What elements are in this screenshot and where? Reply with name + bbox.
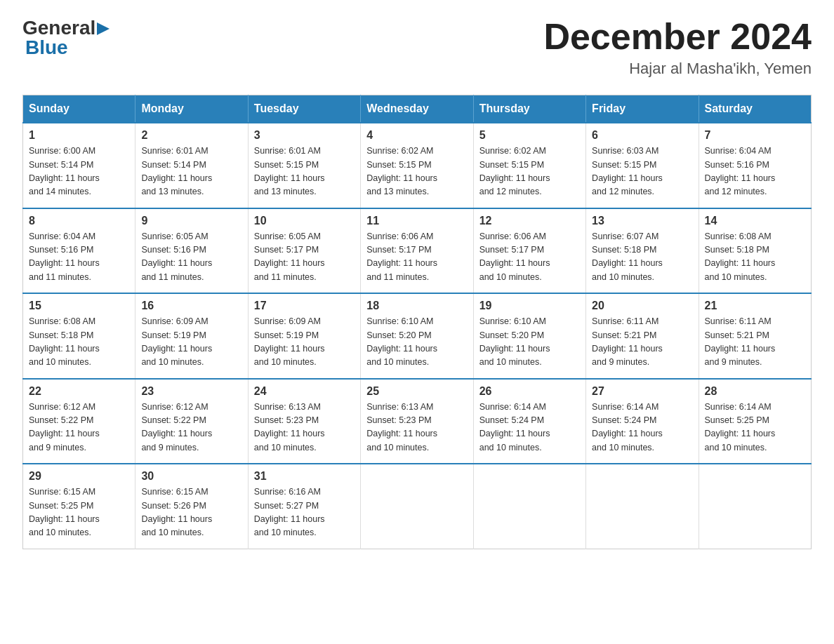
calendar-cell: 1Sunrise: 6:00 AMSunset: 5:14 PMDaylight… [23, 123, 135, 208]
calendar-cell: 13Sunrise: 6:07 AMSunset: 5:18 PMDayligh… [586, 208, 699, 294]
calendar-cell: 21Sunrise: 6:11 AMSunset: 5:21 PMDayligh… [699, 293, 811, 379]
day-number: 13 [592, 215, 692, 227]
logo-blue-text: Blue [25, 36, 110, 59]
calendar-cell: 7Sunrise: 6:04 AMSunset: 5:16 PMDaylight… [699, 123, 811, 208]
day-number: 1 [29, 129, 129, 142]
day-info: Sunrise: 6:04 AMSunset: 5:16 PMDaylight:… [29, 230, 129, 285]
day-number: 17 [254, 300, 355, 312]
calendar-cell: 10Sunrise: 6:05 AMSunset: 5:17 PMDayligh… [248, 208, 360, 294]
calendar-cell [361, 464, 473, 549]
header-cell-friday: Friday [586, 95, 699, 123]
day-info: Sunrise: 6:00 AMSunset: 5:14 PMDaylight:… [29, 145, 129, 199]
day-number: 21 [705, 300, 805, 312]
day-number: 12 [479, 215, 580, 227]
calendar-cell: 9Sunrise: 6:05 AMSunset: 5:16 PMDaylight… [135, 208, 248, 294]
calendar-cell: 17Sunrise: 6:09 AMSunset: 5:19 PMDayligh… [248, 293, 360, 379]
day-number: 29 [29, 470, 129, 483]
calendar-cell: 23Sunrise: 6:12 AMSunset: 5:22 PMDayligh… [135, 379, 248, 464]
day-info: Sunrise: 6:03 AMSunset: 5:15 PMDaylight:… [592, 145, 692, 199]
calendar-week-row: 15Sunrise: 6:08 AMSunset: 5:18 PMDayligh… [23, 293, 812, 379]
calendar-week-row: 1Sunrise: 6:00 AMSunset: 5:14 PMDaylight… [23, 123, 812, 208]
day-number: 31 [254, 470, 355, 483]
calendar-cell: 18Sunrise: 6:10 AMSunset: 5:20 PMDayligh… [361, 293, 473, 379]
title-block: December 2024 Hajar al Masha'ikh, Yemen [543, 17, 812, 78]
svg-marker-0 [97, 22, 110, 35]
calendar-week-row: 29Sunrise: 6:15 AMSunset: 5:25 PMDayligh… [23, 464, 812, 549]
day-number: 30 [141, 470, 241, 483]
calendar-cell [699, 464, 811, 549]
calendar-body: 1Sunrise: 6:00 AMSunset: 5:14 PMDaylight… [23, 123, 812, 549]
day-number: 28 [705, 385, 805, 398]
day-info: Sunrise: 6:13 AMSunset: 5:23 PMDaylight:… [366, 401, 467, 455]
calendar-cell: 8Sunrise: 6:04 AMSunset: 5:16 PMDaylight… [23, 208, 135, 294]
day-info: Sunrise: 6:05 AMSunset: 5:17 PMDaylight:… [254, 230, 355, 285]
day-info: Sunrise: 6:02 AMSunset: 5:15 PMDaylight:… [479, 145, 580, 199]
header-cell-saturday: Saturday [699, 95, 811, 123]
calendar-cell: 27Sunrise: 6:14 AMSunset: 5:24 PMDayligh… [586, 379, 699, 464]
day-number: 20 [592, 300, 692, 312]
calendar-title: December 2024 [543, 17, 812, 57]
day-info: Sunrise: 6:10 AMSunset: 5:20 PMDaylight:… [366, 315, 467, 370]
calendar-week-row: 22Sunrise: 6:12 AMSunset: 5:22 PMDayligh… [23, 379, 812, 464]
calendar-week-row: 8Sunrise: 6:04 AMSunset: 5:16 PMDaylight… [23, 208, 812, 294]
day-info: Sunrise: 6:16 AMSunset: 5:27 PMDaylight:… [254, 485, 355, 540]
calendar-cell: 19Sunrise: 6:10 AMSunset: 5:20 PMDayligh… [473, 293, 585, 379]
calendar-cell: 22Sunrise: 6:12 AMSunset: 5:22 PMDayligh… [23, 379, 135, 464]
day-info: Sunrise: 6:12 AMSunset: 5:22 PMDaylight:… [29, 401, 129, 455]
day-info: Sunrise: 6:13 AMSunset: 5:23 PMDaylight:… [254, 401, 355, 455]
day-info: Sunrise: 6:10 AMSunset: 5:20 PMDaylight:… [479, 315, 580, 370]
header-cell-tuesday: Tuesday [248, 95, 360, 123]
calendar-table: SundayMondayTuesdayWednesdayThursdayFrid… [22, 95, 812, 549]
day-info: Sunrise: 6:09 AMSunset: 5:19 PMDaylight:… [254, 315, 355, 370]
day-info: Sunrise: 6:14 AMSunset: 5:24 PMDaylight:… [592, 401, 692, 455]
day-number: 22 [29, 385, 129, 398]
calendar-cell: 20Sunrise: 6:11 AMSunset: 5:21 PMDayligh… [586, 293, 699, 379]
calendar-cell: 26Sunrise: 6:14 AMSunset: 5:24 PMDayligh… [473, 379, 585, 464]
calendar-cell: 31Sunrise: 6:16 AMSunset: 5:27 PMDayligh… [248, 464, 360, 549]
day-number: 10 [254, 215, 355, 227]
calendar-cell: 24Sunrise: 6:13 AMSunset: 5:23 PMDayligh… [248, 379, 360, 464]
calendar-cell: 14Sunrise: 6:08 AMSunset: 5:18 PMDayligh… [699, 208, 811, 294]
day-number: 26 [479, 385, 580, 398]
day-info: Sunrise: 6:05 AMSunset: 5:16 PMDaylight:… [141, 230, 241, 285]
header-cell-wednesday: Wednesday [361, 95, 473, 123]
day-info: Sunrise: 6:06 AMSunset: 5:17 PMDaylight:… [479, 230, 580, 285]
calendar-header: SundayMondayTuesdayWednesdayThursdayFrid… [23, 95, 812, 123]
day-info: Sunrise: 6:14 AMSunset: 5:24 PMDaylight:… [479, 401, 580, 455]
logo-triangle-icon [97, 22, 110, 35]
calendar-cell: 2Sunrise: 6:01 AMSunset: 5:14 PMDaylight… [135, 123, 248, 208]
day-info: Sunrise: 6:11 AMSunset: 5:21 PMDaylight:… [592, 315, 692, 370]
day-number: 25 [366, 385, 467, 398]
day-info: Sunrise: 6:08 AMSunset: 5:18 PMDaylight:… [29, 315, 129, 370]
day-number: 7 [705, 129, 805, 142]
day-info: Sunrise: 6:01 AMSunset: 5:14 PMDaylight:… [141, 145, 241, 199]
day-number: 2 [141, 129, 241, 142]
calendar-cell [586, 464, 699, 549]
header-row: SundayMondayTuesdayWednesdayThursdayFrid… [23, 95, 812, 123]
day-info: Sunrise: 6:02 AMSunset: 5:15 PMDaylight:… [366, 145, 467, 199]
day-info: Sunrise: 6:12 AMSunset: 5:22 PMDaylight:… [141, 401, 241, 455]
day-number: 16 [141, 300, 241, 312]
day-number: 11 [366, 215, 467, 227]
calendar-cell: 11Sunrise: 6:06 AMSunset: 5:17 PMDayligh… [361, 208, 473, 294]
day-info: Sunrise: 6:15 AMSunset: 5:25 PMDaylight:… [29, 485, 129, 540]
calendar-cell: 29Sunrise: 6:15 AMSunset: 5:25 PMDayligh… [23, 464, 135, 549]
calendar-cell: 16Sunrise: 6:09 AMSunset: 5:19 PMDayligh… [135, 293, 248, 379]
day-info: Sunrise: 6:07 AMSunset: 5:18 PMDaylight:… [592, 230, 692, 285]
calendar-cell [473, 464, 585, 549]
day-number: 19 [479, 300, 580, 312]
calendar-cell: 6Sunrise: 6:03 AMSunset: 5:15 PMDaylight… [586, 123, 699, 208]
day-info: Sunrise: 6:06 AMSunset: 5:17 PMDaylight:… [366, 230, 467, 285]
day-number: 18 [366, 300, 467, 312]
calendar-cell: 12Sunrise: 6:06 AMSunset: 5:17 PMDayligh… [473, 208, 585, 294]
day-info: Sunrise: 6:11 AMSunset: 5:21 PMDaylight:… [705, 315, 805, 370]
day-number: 27 [592, 385, 692, 398]
header-cell-thursday: Thursday [473, 95, 585, 123]
day-info: Sunrise: 6:09 AMSunset: 5:19 PMDaylight:… [141, 315, 241, 370]
day-info: Sunrise: 6:15 AMSunset: 5:26 PMDaylight:… [141, 485, 241, 540]
day-info: Sunrise: 6:04 AMSunset: 5:16 PMDaylight:… [705, 145, 805, 199]
header-cell-monday: Monday [135, 95, 248, 123]
calendar-cell: 5Sunrise: 6:02 AMSunset: 5:15 PMDaylight… [473, 123, 585, 208]
day-info: Sunrise: 6:08 AMSunset: 5:18 PMDaylight:… [705, 230, 805, 285]
calendar-cell: 3Sunrise: 6:01 AMSunset: 5:15 PMDaylight… [248, 123, 360, 208]
